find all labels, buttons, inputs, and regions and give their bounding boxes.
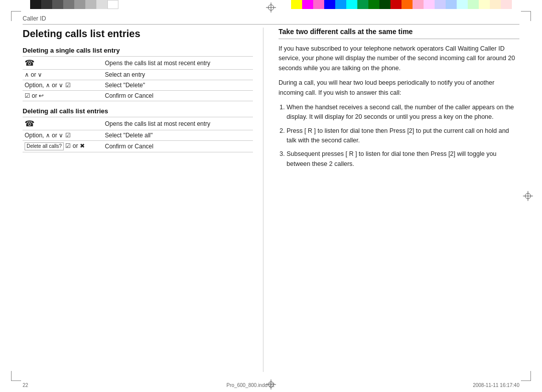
all-entries-table: ☎ Opens the calls list at most recent en… (23, 117, 253, 152)
page-content: Caller ID Deleting calls list entries De… (23, 15, 519, 372)
swatch (413, 0, 424, 9)
table-cell-key: ☎ (23, 57, 103, 70)
list-item: When the handset receives a second call,… (287, 103, 519, 122)
single-entry-table: ☎ Opens the calls list at most recent en… (23, 56, 253, 101)
table-cell-desc: Opens the calls list at most recent entr… (103, 57, 253, 70)
table-cell-key: Option, ∧ or ∨ ☑ (23, 80, 103, 91)
swatch (74, 0, 85, 9)
left-column: Deleting calls list entries Deleting a s… (23, 28, 263, 372)
table-cell-desc: Select "Delete" (103, 80, 253, 91)
table-cell-key: ☑ or ↩ (23, 91, 103, 101)
swatch (96, 0, 107, 9)
right-swatches (291, 0, 512, 9)
table-cell-desc: Select an entry (103, 70, 253, 80)
table-cell-desc: Opens the calls list at most recent entr… (103, 117, 253, 130)
table-cell-key: Option, ∧ or ∨ ☑ (23, 130, 103, 141)
swatch (52, 0, 63, 9)
table-cell-key: ☎ (23, 117, 103, 130)
swatch (379, 0, 390, 9)
swatch (401, 0, 413, 9)
page-footer: 22 Pro_600_800.indd 22 2008-11-11 16:17:… (23, 382, 519, 388)
table-cell-desc: Confirm or Cancel (103, 141, 253, 152)
swatch (501, 0, 512, 9)
table-row: Option, ∧ or ∨ ☑ Select "Delete all" (23, 130, 253, 141)
swatch (446, 0, 457, 9)
swatch (335, 0, 346, 9)
swatch (490, 0, 501, 9)
table-row: Delete all calls? ☑ or ✖ Confirm or Canc… (23, 141, 253, 152)
swatch (291, 0, 302, 9)
single-entry-title: Deleting a single calls list entry (23, 47, 253, 54)
delete-all-label: Delete all calls? (25, 142, 64, 150)
phone-icon: ☎ (25, 59, 35, 67)
swatch (107, 0, 118, 9)
main-title: Deleting calls list entries (23, 28, 253, 40)
swatch (302, 0, 313, 9)
table-cell-key: Delete all calls? ☑ or ✖ (23, 141, 103, 152)
all-entries-title: Deleting all calls list entries (23, 107, 253, 115)
table-cell-key: ∧ or ∨ (23, 70, 103, 80)
two-column-layout: Deleting calls list entries Deleting a s… (23, 28, 519, 372)
list-item: Subsequent presses [ R ] to listen for d… (287, 149, 519, 169)
swatch (457, 0, 468, 9)
swatch (435, 0, 446, 9)
table-cell-desc: Confirm or Cancel (103, 91, 253, 101)
confirm-icon: ☑ or ✖ (65, 142, 84, 149)
corner-tl (11, 11, 21, 21)
right-column: Take two different calls at the same tim… (274, 28, 519, 372)
right-paragraph-1: If you have subscribed to your telephone… (279, 44, 519, 73)
swatch (41, 0, 52, 9)
right-paragraph-2: During a call, you will hear two loud be… (279, 78, 519, 98)
swatch (63, 0, 74, 9)
page-number: 22 (23, 382, 28, 388)
right-list: When the handset receives a second call,… (279, 103, 519, 169)
swatch (313, 0, 324, 9)
swatch (390, 0, 401, 9)
section-label: Caller ID (23, 15, 519, 25)
swatch (424, 0, 435, 9)
table-cell-desc: Select "Delete all" (103, 130, 253, 141)
phone-icon-2: ☎ (25, 119, 35, 128)
file-info: Pro_600_800.indd 22 (226, 382, 275, 388)
swatch (346, 0, 357, 9)
swatch (479, 0, 490, 9)
list-item: Press [ R ] to listen for dial tone then… (287, 126, 519, 146)
right-reg-mark (523, 191, 533, 201)
corner-tr (521, 11, 531, 21)
swatch (357, 0, 368, 9)
swatch (30, 0, 41, 9)
swatch (368, 0, 379, 9)
table-row: ∧ or ∨ Select an entry (23, 70, 253, 80)
swatch (85, 0, 96, 9)
top-reg-mark (266, 3, 276, 13)
table-row: Option, ∧ or ∨ ☑ Select "Delete" (23, 80, 253, 91)
table-row: ☎ Opens the calls list at most recent en… (23, 57, 253, 70)
table-row: ☎ Opens the calls list at most recent en… (23, 117, 253, 130)
corner-bl (11, 371, 21, 381)
table-row: ☑ or ↩ Confirm or Cancel (23, 91, 253, 101)
corner-br (521, 371, 531, 381)
left-swatches (30, 0, 118, 9)
right-title: Take two different calls at the same tim… (279, 28, 519, 39)
swatch (324, 0, 335, 9)
swatch (468, 0, 479, 9)
date-info: 2008-11-11 16:17:40 (473, 382, 519, 388)
